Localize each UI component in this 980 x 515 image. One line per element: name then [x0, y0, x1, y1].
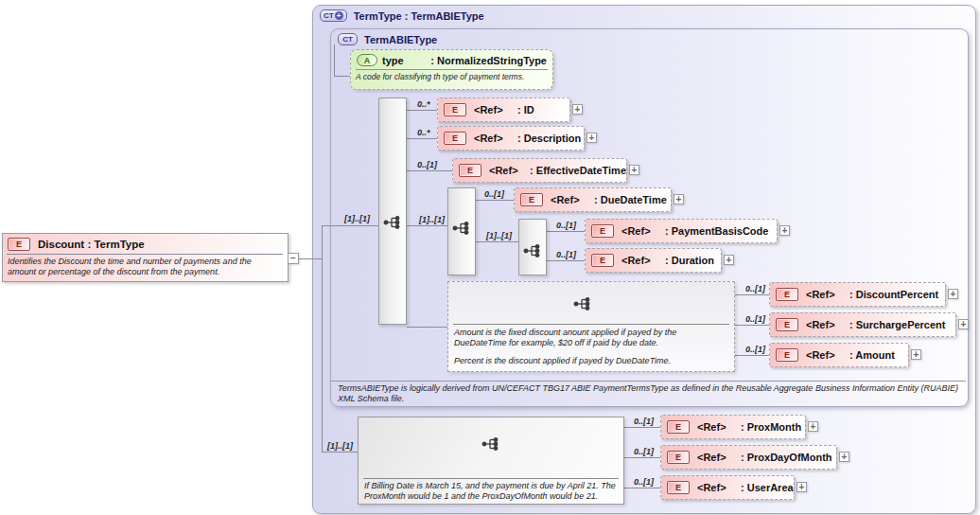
- ref-type: : ProxDayOfMonth: [741, 452, 832, 463]
- expand-icon[interactable]: +: [911, 349, 921, 360]
- element-discount-header: E Discount : TermType: [3, 234, 288, 253]
- connector-line: [476, 241, 518, 242]
- connector-line: [334, 76, 350, 77]
- ref-type: : Duration: [665, 255, 714, 266]
- element-icon: E: [591, 224, 614, 238]
- expand-icon[interactable]: +: [779, 225, 790, 236]
- element-icon: E: [667, 481, 690, 494]
- element-ref-effectivedatetime[interactable]: E <Ref> : EffectiveDateTime: [452, 158, 627, 183]
- element-ref-duration[interactable]: E <Ref> : Duration: [585, 248, 722, 273]
- expand-icon[interactable]: +: [948, 289, 958, 299]
- collapse-icon[interactable]: −: [288, 253, 299, 264]
- element-icon: E: [444, 132, 466, 145]
- group-discount-amounts[interactable]: Amount is the fixed discount anount appl…: [447, 281, 735, 372]
- connector-line: [624, 427, 660, 428]
- element-ref-proxdayofmonth[interactable]: E <Ref> : ProxDayOfMonth: [660, 445, 837, 470]
- cardinality-label: 0..[1]: [634, 447, 654, 456]
- sequence-icon: [523, 243, 544, 258]
- ref-type: : EffectiveDateTime: [530, 165, 626, 176]
- expand-icon[interactable]: +: [958, 319, 969, 329]
- annotation-divider: [453, 324, 729, 325]
- attribute-icon: A: [357, 54, 377, 66]
- ref-label: <Ref>: [489, 165, 530, 176]
- attribute-annotation: A code for classifying th type of paymen…: [356, 69, 548, 81]
- expand-icon[interactable]: +: [674, 194, 684, 204]
- attribute-type-header: A type : NormalizedStringType: [351, 50, 552, 68]
- sequence-compositor-basis[interactable]: [518, 219, 547, 275]
- ref-type: : SurchargePercent: [849, 319, 945, 330]
- complextype-termtype-header: CT+ TermType : TermABIEType: [320, 9, 484, 22]
- cardinality-label: 0..[1]: [556, 221, 576, 230]
- cardinality-label: [1]..[1]: [327, 441, 353, 451]
- element-ref-description[interactable]: E <Ref> : Description: [437, 126, 585, 151]
- cardinality-label: 0..[1]: [484, 189, 504, 199]
- element-icon: E: [459, 164, 481, 177]
- ref-type: : UserArea: [741, 482, 794, 493]
- element-ref-duedatetime[interactable]: E <Ref> : DueDateTime: [514, 187, 672, 212]
- expand-icon[interactable]: +: [808, 421, 818, 432]
- termabietype-annotation: TermsABIEType is logically derived from …: [338, 383, 962, 404]
- connector-line: [322, 452, 358, 453]
- ref-label: <Ref>: [621, 255, 665, 266]
- expand-icon[interactable]: +: [586, 133, 597, 143]
- cardinality-label: [1]..[1]: [419, 215, 445, 224]
- ref-label: <Ref>: [551, 194, 594, 205]
- complextype-termtype-title: TermType : TermABIEType: [354, 10, 484, 22]
- ref-type: : PaymentBasisCode: [665, 225, 768, 237]
- ref-label: <Ref>: [697, 421, 741, 433]
- annotation-divider: [331, 381, 966, 382]
- plus-icon: +: [335, 11, 343, 20]
- ref-label: <Ref>: [621, 225, 665, 237]
- element-icon: E: [591, 254, 614, 267]
- annotation-paragraph: Percent is the discount applied if payed…: [454, 356, 730, 366]
- sequence-compositor-main[interactable]: [378, 98, 407, 325]
- sequence-icon: [573, 296, 594, 311]
- element-ref-proxmonth[interactable]: E <Ref> : ProxMonth: [660, 415, 806, 439]
- connector-line: [735, 355, 769, 356]
- element-ref-surchargepercent[interactable]: E <Ref> : SurchargePercent: [769, 312, 956, 337]
- connector-line: [407, 138, 437, 139]
- connector-line: [547, 231, 585, 232]
- schema-diagram-canvas: CT+ TermType : TermABIEType CT TermABIET…: [0, 0, 980, 515]
- annotation-paragraph: Amount is the fixed discount anount appl…: [454, 328, 730, 348]
- element-icon: E: [776, 348, 798, 362]
- connector-line: [334, 44, 335, 76]
- cardinality-label: 0..[1]: [745, 345, 765, 354]
- connector-line: [624, 488, 660, 488]
- element-icon: E: [667, 420, 690, 434]
- attribute-type-label: : NormalizedStringType: [430, 55, 547, 66]
- element-ref-id[interactable]: E <Ref> : ID: [437, 98, 570, 122]
- expand-icon[interactable]: +: [839, 452, 849, 462]
- annotation-divider: [363, 478, 619, 479]
- connector-line: [407, 110, 437, 111]
- element-icon: E: [667, 451, 690, 464]
- ref-label: <Ref>: [474, 104, 517, 115]
- expand-icon[interactable]: +: [796, 482, 807, 492]
- connector-line: [407, 225, 447, 226]
- connector-line: [476, 200, 514, 201]
- cardinality-label: 0..*: [417, 99, 430, 109]
- expand-icon[interactable]: +: [572, 104, 583, 115]
- element-discount[interactable]: E Discount : TermType Identifies the Dis…: [2, 233, 289, 282]
- cardinality-label: 0..[1]: [745, 284, 765, 293]
- element-ref-discountpercent[interactable]: E <Ref> : DiscountPercent: [769, 282, 946, 307]
- element-ref-userarea[interactable]: E <Ref> : UserArea: [660, 475, 795, 500]
- ref-label: <Ref>: [697, 452, 741, 463]
- element-ref-paymentbasiscode[interactable]: E <Ref> : PaymentBasisCode: [585, 219, 778, 243]
- expand-icon[interactable]: +: [629, 165, 639, 175]
- cardinality-label: [1]..[1]: [344, 214, 370, 223]
- sequence-icon: [481, 436, 502, 452]
- expand-icon[interactable]: +: [724, 255, 734, 265]
- element-icon: E: [776, 288, 798, 301]
- connector-line: [735, 325, 769, 326]
- connector-line: [735, 294, 769, 295]
- element-ref-amount[interactable]: E <Ref> : Amount: [769, 343, 909, 367]
- sequence-compositor-due[interactable]: [447, 187, 476, 275]
- ref-type: : ID: [517, 104, 534, 115]
- complextype-icon: CT: [338, 33, 358, 45]
- connector-line: [407, 170, 452, 171]
- group-prox[interactable]: If Billing Date is March 15, and the pay…: [358, 417, 624, 505]
- complextype-termabietype-title: TermABIEType: [364, 34, 437, 45]
- ref-label: <Ref>: [806, 289, 849, 300]
- attribute-type[interactable]: A type : NormalizedStringType A code for…: [350, 49, 553, 90]
